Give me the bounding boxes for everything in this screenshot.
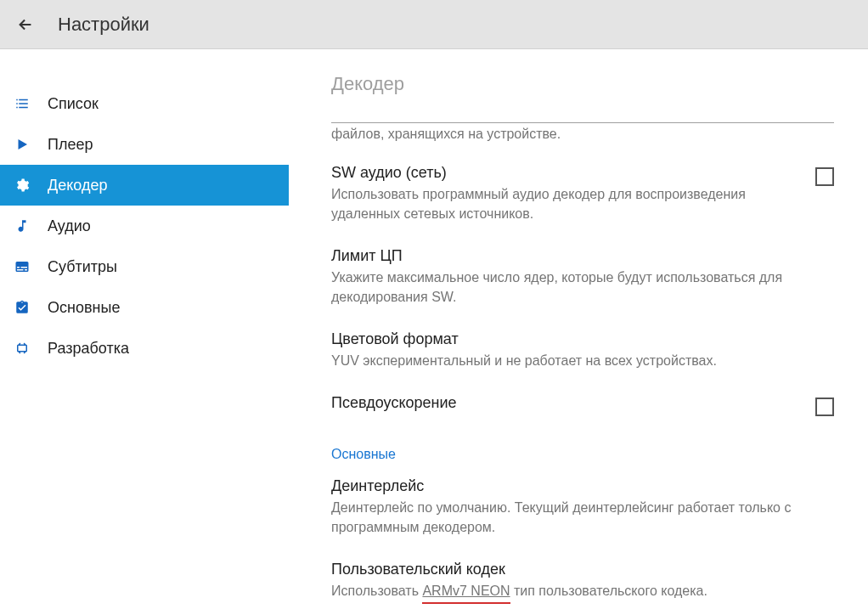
developer-icon	[14, 340, 31, 357]
gear-icon	[14, 177, 31, 194]
arrow-back-icon	[16, 15, 35, 34]
setting-desc: YUV экспериментальный и не работает на в…	[331, 352, 834, 370]
sidebar-item-label: Субтитры	[48, 258, 117, 276]
sidebar-item-label: Плеер	[48, 136, 93, 154]
sidebar-item-label: Список	[48, 95, 99, 113]
setting-color-format[interactable]: Цветовой формат YUV экспериментальный и …	[331, 319, 834, 382]
codec-prefix: Использовать	[331, 584, 422, 598]
sidebar-item-label: Аудио	[48, 217, 91, 235]
setting-title: Псевдоускорение	[331, 394, 798, 412]
setting-title: Лимит ЦП	[331, 247, 834, 265]
sidebar: Список Плеер Декодер Аудио Субтитры	[0, 49, 289, 609]
page-title: Настройки	[58, 14, 149, 36]
setting-desc: Деинтерлейс по умолчанию. Текущий деинте…	[331, 499, 834, 537]
clipboard-check-icon	[14, 299, 31, 316]
setting-desc: Использовать ARMv7 NEON тип пользователь…	[331, 582, 834, 601]
content: Список Плеер Декодер Аудио Субтитры	[0, 49, 868, 609]
setting-title: Пользовательский кодек	[331, 561, 834, 578]
setting-cpu-limit[interactable]: Лимит ЦП Укажите максимальное число ядер…	[331, 235, 834, 319]
sidebar-item-label: Декодер	[48, 177, 107, 195]
red-underline	[422, 602, 510, 604]
play-icon	[14, 136, 31, 153]
checkbox[interactable]	[815, 167, 834, 186]
setting-pseudo-accel[interactable]: Псевдоускорение	[331, 382, 834, 428]
setting-desc: Укажите максимальное число ядер, которые…	[331, 268, 834, 307]
sidebar-item-subtitles[interactable]: Субтитры	[0, 246, 289, 287]
sidebar-item-label: Разработка	[48, 340, 129, 358]
sidebar-item-player[interactable]: Плеер	[0, 124, 289, 165]
group-label-main: Основные	[331, 447, 834, 462]
codec-suffix: тип пользовательского кодека.	[510, 584, 707, 598]
sidebar-item-list[interactable]: Список	[0, 83, 289, 124]
sidebar-item-general[interactable]: Основные	[0, 287, 289, 328]
sidebar-item-developer[interactable]: Разработка	[0, 328, 289, 369]
toolbar: Настройки	[0, 0, 868, 49]
main-panel: Декодер файлов, хранящихся на устройстве…	[289, 49, 868, 609]
codec-name: ARMv7 NEON	[422, 582, 510, 601]
list-icon	[14, 95, 31, 112]
divider	[331, 122, 834, 123]
setting-sw-audio[interactable]: SW аудио (сеть) Использовать программный…	[331, 152, 834, 235]
subtitles-icon	[14, 258, 31, 275]
section-header: Декодер	[331, 73, 834, 95]
checkbox[interactable]	[815, 398, 834, 416]
setting-cutoff-desc: файлов, хранящихся на устройстве.	[331, 125, 834, 144]
sidebar-item-label: Основные	[48, 299, 120, 317]
setting-deinterlace[interactable]: Деинтерлейс Деинтерлейс по умолчанию. Те…	[331, 477, 834, 549]
sidebar-item-decoder[interactable]: Декодер	[0, 165, 289, 206]
setting-custom-codec[interactable]: Пользовательский кодек Использовать ARMv…	[331, 549, 834, 609]
setting-title: SW аудио (сеть)	[331, 164, 798, 182]
svg-rect-0	[18, 345, 27, 352]
music-note-icon	[14, 217, 31, 234]
back-button[interactable]	[10, 9, 41, 40]
sidebar-item-audio[interactable]: Аудио	[0, 206, 289, 246]
setting-desc: Использовать программный аудио декодер д…	[331, 185, 798, 223]
setting-title: Деинтерлейс	[331, 477, 834, 495]
setting-title: Цветовой формат	[331, 330, 834, 348]
